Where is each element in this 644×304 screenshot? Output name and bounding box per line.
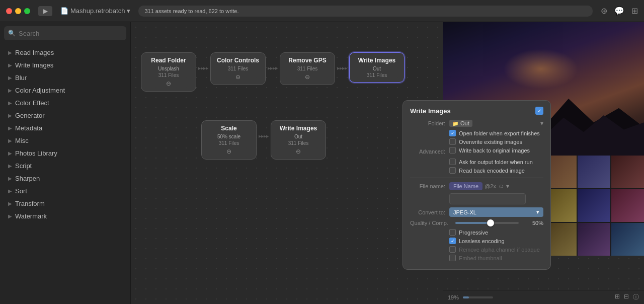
search-icon: 🔍 — [8, 30, 16, 37]
sidebar-item-metadata[interactable]: ▶ Metadata — [0, 122, 130, 134]
quality-thumb[interactable] — [487, 219, 494, 226]
lossless-checkbox[interactable]: ✓ — [449, 238, 456, 244]
filename-controls: File Name @2x ☺ ▾ — [449, 182, 543, 190]
filename-at: @2x — [485, 183, 496, 189]
node-color-controls[interactable]: Color Controls 311 Files ⊖ — [210, 52, 266, 85]
people-icon[interactable]: ⊕ — [601, 6, 607, 16]
gallery-thumb[interactable] — [578, 156, 610, 188]
panel-title: Write Images — [410, 107, 451, 115]
folder-label: Folder: — [410, 120, 445, 126]
sidebar-item-sharpen[interactable]: ▶ Sharpen — [0, 172, 130, 185]
node-title: Color Controls — [216, 57, 260, 64]
arrow-connector: ▶▶▶▶ — [259, 134, 269, 138]
grid-icon[interactable]: ⊞ — [631, 6, 638, 16]
traffic-lights — [6, 8, 30, 14]
canvas-area[interactable]: Read Folder Unsplash 311 Files ⊖ ▶▶▶▶ Co… — [131, 22, 644, 304]
node-icon: ⊖ — [207, 148, 251, 155]
chat-icon[interactable]: 💬 — [614, 6, 624, 16]
sidebar-item-sort[interactable]: ▶ Sort — [0, 185, 130, 197]
node-scale[interactable]: Scale 50% scale 311 Files ⊖ — [201, 120, 257, 160]
node-count: 311 Files — [276, 140, 320, 146]
folder-value[interactable]: 📁 Out — [449, 120, 472, 127]
convert-select[interactable]: JPEG-XL ▾ — [449, 207, 543, 217]
sidebar-item-misc[interactable]: ▶ Misc — [0, 134, 130, 147]
progressive-checkbox[interactable] — [449, 229, 456, 236]
open-folder-row: ✓ Open folder when export finishes — [410, 130, 543, 136]
remove-alpha-checkbox[interactable] — [449, 246, 456, 253]
node-write-images-2[interactable]: Write Images Out 311 Files ⊖ — [271, 120, 326, 160]
sidebar-item-watermark[interactable]: ▶ Watermark — [0, 210, 130, 222]
filename-emoji-icon[interactable]: ☺ — [498, 183, 504, 190]
zoom-slider[interactable] — [463, 296, 493, 298]
zoom-value: 19% — [448, 294, 459, 300]
chevron-icon: ▶ — [8, 50, 12, 55]
minimize-button[interactable] — [15, 8, 21, 14]
ask-output-row: Ask for output folder when run — [410, 159, 543, 165]
folder-dropdown-icon[interactable]: ▾ — [540, 120, 543, 127]
read-back-row: Read back encoded image — [410, 167, 543, 174]
divider — [410, 178, 543, 178]
node-title: Read Folder — [146, 57, 191, 64]
search-input[interactable] — [19, 30, 122, 37]
filename-label: File name: — [410, 183, 445, 189]
progressive-row: Progressive — [410, 229, 543, 236]
search-bar[interactable]: 🔍 — [4, 26, 126, 40]
filename-input[interactable] — [449, 193, 526, 204]
sidebar-item-color-effect[interactable]: ▶ Color Effect — [0, 97, 130, 109]
arrow-connector: ▶▶▶▶ — [198, 66, 208, 70]
gallery-thumb[interactable] — [578, 189, 610, 222]
sidebar-item-write-images[interactable]: ▶ Write Images — [0, 59, 130, 71]
run-button[interactable]: ▶ — [38, 6, 52, 16]
convert-row: Convert to: JPEG-XL ▾ — [410, 207, 543, 217]
ask-output-checkbox[interactable] — [449, 159, 456, 165]
read-back-checkbox[interactable] — [449, 167, 456, 174]
chevron-icon: ▶ — [8, 201, 12, 206]
node-icon: ⊖ — [146, 80, 191, 87]
chevron-icon: ▶ — [8, 163, 12, 169]
view-toggle-icon[interactable]: ⊟ — [624, 293, 629, 301]
bottom-bar: 19% ⊞ ⊟ ⓘ — [443, 290, 644, 304]
sidebar-item-script[interactable]: ▶ Script — [0, 160, 130, 172]
node-subtitle: 50% scale — [207, 134, 251, 139]
node-count: 311 Files — [146, 72, 191, 78]
chevron-icon: ▶ — [8, 138, 12, 143]
chevron-icon: ▶ — [8, 75, 12, 81]
node-title: Scale — [207, 125, 251, 132]
panel-enable-checkbox[interactable]: ✓ — [535, 107, 543, 115]
sidebar-item-read-images[interactable]: ▶ Read Images — [0, 46, 130, 59]
maximize-button[interactable] — [24, 8, 30, 14]
embed-thumbnail-checkbox[interactable] — [449, 255, 456, 261]
open-folder-checkbox[interactable]: ✓ — [449, 130, 456, 136]
sidebar-item-blur[interactable]: ▶ Blur — [0, 71, 130, 84]
remove-alpha-row: Remove alpha channel if opaque — [410, 246, 543, 253]
gallery-thumb[interactable] — [611, 189, 644, 222]
quality-slider[interactable] — [455, 222, 519, 224]
gallery-thumb[interactable] — [578, 223, 610, 256]
chevron-icon: ▶ — [8, 62, 12, 68]
sidebar-item-color-adjustment[interactable]: ▶ Color Adjustment — [0, 84, 130, 97]
chevron-icon: ▶ — [8, 113, 12, 118]
chevron-icon: ▶ — [8, 100, 12, 106]
close-button[interactable] — [6, 8, 12, 14]
node-subtitle: Out — [355, 66, 399, 71]
filename-badge[interactable]: File Name — [449, 182, 482, 190]
grid-view-icon[interactable]: ⊞ — [615, 293, 620, 301]
node-remove-gps[interactable]: Remove GPS 311 Files ⊖ — [280, 52, 335, 85]
write-back-checkbox[interactable] — [449, 147, 456, 154]
node-write-images[interactable]: Write Images Out 311 Files — [349, 52, 405, 83]
gallery-thumb[interactable] — [611, 156, 644, 188]
sidebar-item-transform[interactable]: ▶ Transform — [0, 197, 130, 210]
folder-row: Folder: 📁 Out ▾ — [410, 120, 543, 127]
write-back-row: Write back to original images — [449, 147, 530, 154]
sidebar-item-photos-library[interactable]: ▶ Photos Library — [0, 147, 130, 160]
node-title: Remove GPS — [285, 57, 330, 64]
overwrite-checkbox[interactable] — [449, 138, 456, 145]
nodes-row-1: Read Folder Unsplash 311 Files ⊖ ▶▶▶▶ Co… — [141, 52, 405, 92]
convert-label: Convert to: — [410, 209, 445, 215]
node-read-folder[interactable]: Read Folder Unsplash 311 Files ⊖ — [141, 52, 196, 92]
write-images-panel: Write Images ✓ Folder: 📁 Out ▾ ✓ Open fo… — [403, 100, 551, 270]
sidebar-item-generator[interactable]: ▶ Generator — [0, 109, 130, 122]
filename-dropdown-icon[interactable]: ▾ — [506, 183, 509, 190]
info-icon[interactable]: ⓘ — [633, 293, 639, 301]
gallery-thumb[interactable] — [611, 223, 644, 256]
